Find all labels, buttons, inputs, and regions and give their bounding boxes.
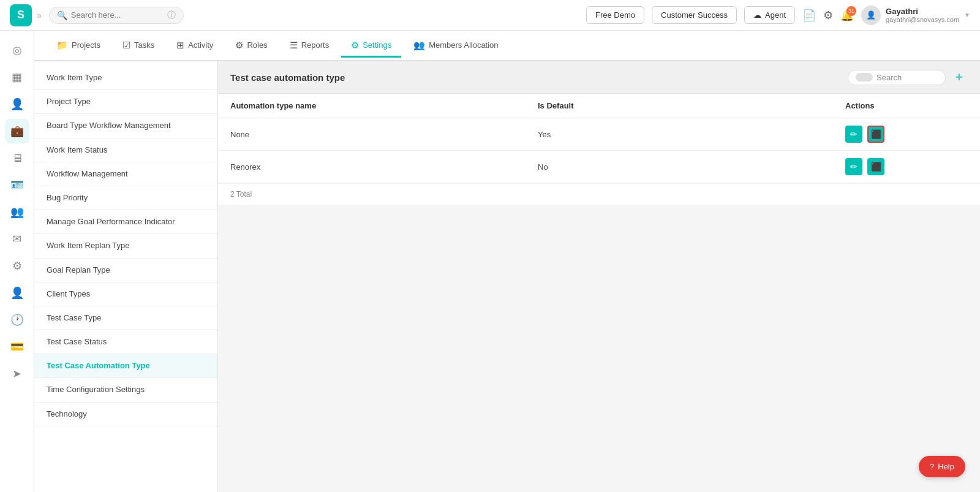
customer-success-button[interactable]: Customer Success [652, 6, 737, 24]
topbar-actions: Free Demo Customer Success ☁ Agent 📄 ⚙ 🔔… [586, 6, 970, 25]
sidebar-icon-user[interactable]: 👤 [5, 281, 29, 305]
user-info: Gayathri gayathri@snovasys.com [886, 7, 959, 23]
tab-roles[interactable]: ⚙ Roles [225, 35, 277, 58]
sidebar-icon-mail[interactable]: ✉ [5, 227, 29, 251]
help-button[interactable]: ? Help [919, 456, 965, 477]
sidebar-item-goal-replan[interactable]: Goal Replan Type [34, 259, 217, 282]
sidebar-icon-billing[interactable]: 💳 [5, 335, 29, 359]
sidebar-icon-dashboard[interactable]: ▦ [5, 65, 29, 89]
content-header-actions: Search + [848, 69, 968, 86]
document-icon-button[interactable]: 📄 [802, 9, 816, 22]
tab-reports[interactable]: ☰ Reports [280, 35, 339, 58]
sidebar-item-workflow[interactable]: Workflow Management [34, 162, 217, 186]
search-icon: 🔍 [57, 10, 67, 20]
sidebar-item-work-item-type[interactable]: Work Item Type [34, 66, 217, 90]
sidebar-item-time-config[interactable]: Time Configuration Settings [34, 378, 217, 402]
sidebar-item-client-types[interactable]: Client Types [34, 282, 217, 306]
sidebar-icon-projects[interactable]: 💼 [5, 119, 29, 143]
tab-settings[interactable]: ⚙ Settings [341, 35, 401, 58]
delete-button-1[interactable]: ⬛ [867, 158, 884, 175]
sidebar-item-test-case-type[interactable]: Test Case Type [34, 306, 217, 330]
user-menu[interactable]: 👤 Gayathri gayathri@snovasys.com ▼ [861, 6, 970, 25]
settings-sidebar: Work Item Type Project Type Board Type W… [34, 61, 218, 492]
edit-button-1[interactable]: ✏ [845, 158, 862, 175]
edit-button-0[interactable]: ✏ [845, 126, 862, 143]
add-button[interactable]: + [951, 69, 968, 86]
tab-activity[interactable]: ⊞ Activity [167, 35, 223, 58]
data-table: Automation type name Is Default Actions … [218, 94, 980, 205]
left-sidebar: ◎ ▦ 👤 💼 🖥 🪪 👥 ✉ ⚙ 👤 🕐 💳 ➤ [0, 31, 34, 492]
expand-icon[interactable]: » [37, 10, 42, 20]
search-toggle-knob[interactable] [856, 73, 873, 81]
sidebar-item-test-case-automation-type[interactable]: Test Case Automation Type [34, 354, 217, 378]
app-logo: S [10, 4, 32, 26]
sidebar-icon-settings[interactable]: ⚙ [5, 254, 29, 278]
reports-tab-icon: ☰ [290, 40, 298, 51]
sidebar-icon-card[interactable]: 🪪 [5, 173, 29, 197]
free-demo-button[interactable]: Free Demo [586, 6, 644, 24]
help-icon: ? [930, 462, 934, 471]
settings-icon-button[interactable]: ⚙ [823, 9, 833, 22]
sidebar-item-technology[interactable]: Technology [34, 403, 217, 426]
table-header: Automation type name Is Default Actions [218, 94, 980, 118]
notification-badge: 31 [846, 6, 856, 16]
sidebar-icon-monitor[interactable]: 🖥 [5, 146, 29, 170]
cell-name-0: None [230, 130, 538, 139]
sidebar-item-board-type[interactable]: Board Type Workflow Management [34, 114, 217, 138]
info-icon: ⓘ [167, 10, 176, 21]
delete-button-0[interactable]: ⬛ [867, 126, 884, 143]
sidebar-icon-team[interactable]: 👥 [5, 200, 29, 224]
notification-button[interactable]: 🔔 31 [840, 9, 854, 22]
members-tab-icon: 👥 [413, 40, 425, 51]
content-header: Test case automation type Search + [218, 61, 980, 94]
roles-tab-icon: ⚙ [235, 40, 243, 51]
agent-button[interactable]: ☁ Agent [744, 6, 795, 24]
col-header-actions: Actions [845, 101, 968, 110]
chevron-down-icon: ▼ [964, 12, 970, 18]
tab-members-allocation[interactable]: 👥 Members Allocation [404, 35, 508, 58]
sidebar-icon-people[interactable]: 👤 [5, 92, 29, 116]
table-row: None Yes ✏ ⬛ [218, 118, 980, 151]
sidebar-icon-send[interactable]: ➤ [5, 361, 29, 386]
topbar: S » 🔍 ⓘ Free Demo Customer Success ☁ Age… [0, 0, 980, 31]
tasks-tab-icon: ☑ [123, 40, 130, 51]
cell-actions-1: ✏ ⬛ [845, 158, 968, 175]
avatar: 👤 [861, 6, 881, 25]
cell-default-1: No [538, 162, 845, 172]
sidebar-item-bug-priority[interactable]: Bug Priority [34, 186, 217, 210]
search-toggle[interactable]: Search [848, 70, 946, 85]
table-footer: 2 Total [218, 183, 980, 205]
tabbar: 📁 Projects ☑ Tasks ⊞ Activity ⚙ Roles ☰ … [34, 31, 980, 61]
agent-icon: ☁ [753, 10, 761, 20]
table-row: Renorex No ✏ ⬛ [218, 151, 980, 183]
col-header-default: Is Default [538, 101, 845, 110]
settings-tab-icon: ⚙ [351, 40, 359, 51]
content-area: Test case automation type Search + Autom… [218, 61, 980, 492]
cell-actions-0: ✏ ⬛ [845, 126, 968, 143]
search-bar[interactable]: 🔍 ⓘ [49, 7, 184, 24]
sidebar-item-project-type[interactable]: Project Type [34, 90, 217, 114]
sidebar-item-goal-performance[interactable]: Manage Goal Performance Indicator [34, 210, 217, 234]
sidebar-item-test-case-status[interactable]: Test Case Status [34, 330, 217, 354]
tab-tasks[interactable]: ☑ Tasks [113, 35, 164, 58]
cell-name-1: Renorex [230, 162, 538, 172]
main-layout: Work Item Type Project Type Board Type W… [34, 61, 980, 492]
content-title: Test case automation type [230, 72, 345, 83]
tab-projects[interactable]: 📁 Projects [47, 35, 110, 58]
sidebar-icon-analytics[interactable]: ◎ [5, 38, 29, 62]
sidebar-icon-clock[interactable]: 🕐 [5, 308, 29, 332]
cell-default-0: Yes [538, 130, 845, 139]
sidebar-item-work-item-replan[interactable]: Work Item Replan Type [34, 234, 217, 258]
user-email: gayathri@snovasys.com [886, 16, 959, 23]
col-header-name: Automation type name [230, 101, 538, 110]
projects-tab-icon: 📁 [56, 40, 68, 51]
search-input[interactable] [71, 10, 160, 20]
search-label: Search [876, 73, 902, 82]
sidebar-item-work-item-status[interactable]: Work Item Status [34, 138, 217, 162]
user-name: Gayathri [886, 7, 959, 16]
activity-tab-icon: ⊞ [176, 40, 184, 51]
